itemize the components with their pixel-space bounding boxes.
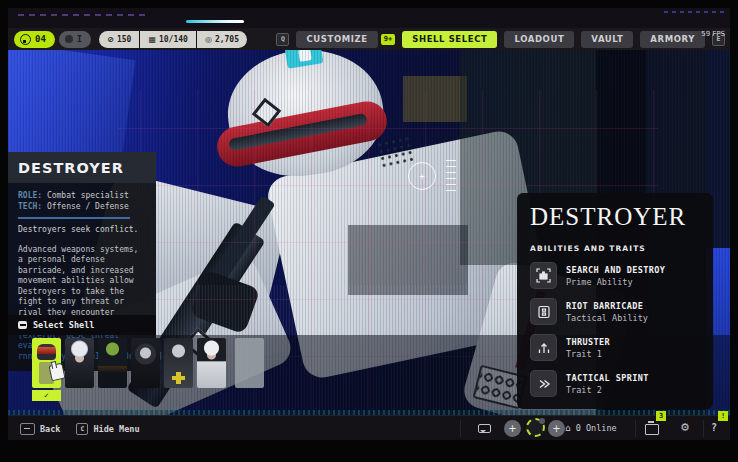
- notifications-icon[interactable]: [645, 424, 659, 435]
- credits-icon: ◎: [205, 35, 212, 44]
- tactical-sprint-icon: [530, 370, 557, 397]
- scrap-value: 150: [117, 35, 131, 44]
- add-friend-left-button[interactable]: +: [504, 420, 521, 437]
- pointer-hand-icon: [48, 363, 65, 382]
- tech-label: TECH:: [18, 202, 42, 211]
- role-row: ROLE: Combat specialist: [18, 191, 146, 202]
- customize-badge: 9+: [381, 34, 395, 45]
- abilities-section-header: ABILITIES AND TRAITS: [530, 244, 700, 253]
- notifications-badge: 3: [656, 411, 666, 421]
- select-shell-bar: Select Shell: [8, 315, 156, 335]
- ability-type: Prime Ability: [566, 277, 665, 287]
- abilities-panel-title: DESTROYER: [530, 203, 700, 231]
- parts-icon: ▦: [148, 35, 156, 44]
- ability-name: RIOT BARRICADE: [566, 301, 648, 311]
- shell-tagline: Destroyers seek conflict.: [18, 225, 146, 236]
- main-nav: Q CUSTOMIZE 9+ SHELL SELECT LOADOUT VAUL…: [276, 31, 725, 48]
- shell-select-screen: 04 I ⊘ 150 ▦ 10/140 ◎: [0, 0, 738, 462]
- ability-name: TACTICAL SPRINT: [566, 373, 649, 383]
- resource-credits: ◎ 2,705: [197, 31, 247, 48]
- ability-text: SEARCH AND DESTROY Prime Ability: [566, 265, 665, 287]
- abilities-panel: DESTROYER ABILITIES AND TRAITS SEARCH AN…: [517, 193, 713, 409]
- hide-menu-button[interactable]: C Hide Menu: [76, 423, 139, 435]
- online-status: ⌂ 0 Online: [565, 423, 617, 433]
- circle-icon: [65, 35, 73, 43]
- ability-row-thruster[interactable]: THRUSTER Trait 1: [530, 334, 700, 361]
- ability-row-search-and-destroy[interactable]: SEARCH AND DESTROY Prime Ability: [530, 262, 700, 289]
- tab-vault[interactable]: VAULT: [581, 31, 633, 48]
- ability-name: SEARCH AND DESTROY: [566, 265, 665, 275]
- resource-parts: ▦ 10/140: [140, 31, 195, 48]
- ability-type: Trait 1: [566, 349, 610, 359]
- player-level: 04: [35, 34, 46, 44]
- selected-check-strip: ✓: [32, 390, 61, 401]
- tab-armory[interactable]: ARMORY: [640, 31, 705, 48]
- shell-thumb-5[interactable]: [164, 338, 193, 388]
- glitch-decoration: [18, 14, 148, 16]
- shell-thumb-2[interactable]: [65, 338, 94, 388]
- search-destroy-icon: [530, 262, 557, 289]
- alert-badge: !: [718, 411, 728, 421]
- mode-pill[interactable]: I: [59, 31, 91, 48]
- hide-menu-key-icon: C: [76, 423, 88, 435]
- tab-shell-select[interactable]: SHELL SELECT: [402, 31, 497, 48]
- online-count: 0 Online: [576, 423, 617, 433]
- help-icon[interactable]: ?: [711, 422, 717, 433]
- fps-counter: 59 FPS: [701, 30, 725, 38]
- settings-gear-icon[interactable]: ⚙: [680, 421, 690, 434]
- shell-thumb-4[interactable]: [131, 338, 160, 388]
- back-button[interactable]: Back: [20, 423, 60, 435]
- riot-barricade-icon: [530, 298, 557, 325]
- shell-thumb-empty-slot[interactable]: [235, 338, 264, 388]
- check-icon: ✓: [44, 391, 49, 400]
- bottom-left-controls: Back C Hide Menu: [20, 416, 140, 440]
- player-level-pill[interactable]: 04: [14, 31, 55, 48]
- ability-name: THRUSTER: [566, 337, 610, 347]
- back-key-icon: [20, 423, 35, 435]
- tech-value: Offense / Defense: [47, 202, 129, 211]
- shell-icon: [18, 321, 27, 329]
- scrap-icon: ⊘: [107, 35, 114, 44]
- ability-text: RIOT BARRICADE Tactical Ability: [566, 301, 648, 323]
- ability-text: TACTICAL SPRINT Trait 2: [566, 373, 649, 395]
- resource-scrap: ⊘ 150: [99, 31, 139, 48]
- player-avatar[interactable]: [526, 418, 545, 437]
- add-friend-right-button[interactable]: +: [548, 420, 565, 437]
- divider-line: [18, 217, 130, 219]
- helmet-icon: [20, 34, 31, 45]
- role-value: Combat specialist: [47, 191, 129, 200]
- tech-row: TECH: Offense / Defense: [18, 202, 146, 213]
- top-bar: 04 I ⊘ 150 ▦ 10/140 ◎: [8, 28, 730, 50]
- role-label: ROLE:: [18, 191, 42, 200]
- top-glitch-strip: [8, 8, 730, 28]
- resources-capsule: ⊘ 150 ▦ 10/140 ◎ 2,705: [99, 31, 247, 48]
- ability-text: THRUSTER Trait 1: [566, 337, 610, 359]
- chat-icon[interactable]: [478, 424, 491, 433]
- mode-value: I: [77, 34, 82, 44]
- divider: [635, 420, 636, 437]
- bottom-bar: Back C Hide Menu + + ⌂ 0 Online 3 ⚙ ?: [8, 415, 730, 440]
- home-icon: ⌂: [565, 423, 571, 433]
- thruster-icon: [530, 334, 557, 361]
- tab-customize[interactable]: CUSTOMIZE: [296, 31, 377, 48]
- tab-loadout[interactable]: LOADOUT: [504, 31, 574, 48]
- select-shell-label: Select Shell: [33, 320, 94, 330]
- ability-type: Tactical Ability: [566, 313, 648, 323]
- hud-reticle: +: [408, 162, 436, 190]
- nav-prev-key: Q: [276, 33, 289, 46]
- game-viewport: 04 I ⊘ 150 ▦ 10/140 ◎: [8, 8, 730, 440]
- ability-row-tactical-sprint[interactable]: TACTICAL SPRINT Trait 2: [530, 370, 700, 397]
- back-label: Back: [40, 424, 60, 434]
- hide-menu-label: Hide Menu: [93, 424, 139, 434]
- thumb-portrait: [37, 344, 56, 360]
- ability-type: Trait 2: [566, 385, 649, 395]
- hud-reticle-ticks: [446, 160, 456, 194]
- shell-thumb-6[interactable]: [197, 338, 226, 388]
- credits-value: 2,705: [215, 35, 239, 44]
- divider: [460, 420, 461, 437]
- shell-thumb-3[interactable]: [98, 338, 127, 388]
- resource-group: 04 I ⊘ 150 ▦ 10/140 ◎: [14, 31, 247, 48]
- divider: [703, 420, 704, 437]
- glitch-decoration: [664, 11, 724, 13]
- ability-row-riot-barricade[interactable]: RIOT BARRICADE Tactical Ability: [530, 298, 700, 325]
